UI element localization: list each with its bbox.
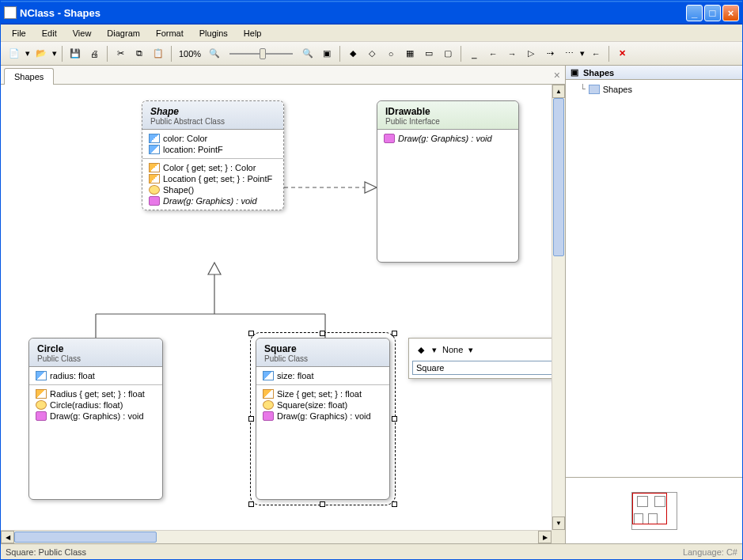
tab-shapes[interactable]: Shapes [4,68,54,85]
add-struct-button[interactable]: ◇ [363,45,381,62]
menu-format[interactable]: Format [150,27,190,40]
idrawable-header: IDrawable Public Interface [377,101,518,130]
menu-help[interactable]: Help [237,27,268,40]
scroll-right-button[interactable]: ▶ [538,531,552,543]
circle-fields: radius: float [29,367,162,385]
vertical-scrollbar[interactable]: ▲ ▼ [552,85,565,530]
resize-handle-nw[interactable] [248,331,254,336]
scroll-down-button[interactable]: ▼ [552,516,565,530]
zoom-fit-button[interactable]: ▣ [318,45,335,62]
dashed-arrow-icon: ⇢ [544,48,555,59]
class-square[interactable]: Square Public Class size: float Size { g… [256,338,390,500]
nest-icon: ← [590,48,601,59]
open-button[interactable]: 📂 [32,45,50,62]
visibility-button[interactable]: ◆ [412,341,430,358]
add-comment-button[interactable]: ▢ [439,45,457,62]
dependency-button[interactable]: ⋯ [560,45,578,62]
resize-handle-sw[interactable] [248,501,254,507]
add-interface-button[interactable]: ○ [382,45,400,62]
method-icon [384,134,395,143]
resize-handle-e[interactable] [392,416,397,422]
copy-button[interactable]: ⧉ [131,45,148,62]
vscroll-thumb[interactable] [553,98,564,256]
close-button[interactable]: × [722,5,739,21]
nesting-button[interactable]: ← [587,45,605,62]
tree-item-label: Shapes [603,85,632,94]
menu-file[interactable]: File [6,27,32,40]
statusbar: Square: Public Class Language: C# [1,543,742,559]
constructor-icon [36,400,47,410]
print-button[interactable]: 🖨 [85,45,103,62]
zoom-out-button[interactable]: 🔍 [206,45,223,62]
side-panel: ▣ Shapes └ Shapes [566,66,742,543]
interface-idrawable[interactable]: IDrawable Public Interface Draw(g: Graph… [377,100,519,263]
property-icon [263,389,274,399]
open-dropdown[interactable]: ▾ [51,45,58,62]
save-button[interactable]: 💾 [66,45,84,62]
menu-diagram[interactable]: Diagram [100,27,146,40]
resize-handle-s[interactable] [320,501,325,507]
class-circle[interactable]: Circle Public Class radius: float Radius… [28,338,163,500]
cut-icon: ✂ [115,48,126,59]
property-icon [149,174,160,184]
menu-edit[interactable]: Edit [36,27,63,40]
app-window: NClass - Shapes _ □ × File Edit View Dia… [0,0,743,560]
new-dropdown[interactable]: ▾ [25,45,31,62]
class-shape[interactable]: Shape Public Abstract Class color: Color… [142,100,284,210]
add-enum-button[interactable]: ▦ [401,45,419,62]
navigator-thumbnail[interactable] [631,492,677,530]
constructor-icon [263,400,274,410]
composition-button[interactable]: ← [484,45,502,62]
paste-button[interactable]: 📋 [150,45,167,62]
navigator-panel[interactable] [566,477,742,543]
realization-button[interactable]: ⇢ [541,45,559,62]
minimize-button[interactable]: _ [686,5,703,21]
new-button[interactable]: 📄 [6,45,23,62]
arrow-right-icon: → [506,48,517,59]
resize-handle-ne[interactable] [392,331,397,336]
add-class-button[interactable]: ◆ [344,45,362,62]
tab-close-button[interactable]: × [554,69,560,81]
class-shape-members: Color { get; set; } : Color Location { g… [142,159,283,210]
element-name-input[interactable] [412,361,565,375]
field-icon [36,371,47,380]
resize-handle-n[interactable] [320,331,325,336]
visibility-dropdown[interactable]: ▾ [431,341,438,358]
tree-connector-icon: └ [580,84,586,94]
menubar: File Edit View Diagram Format Plugins He… [1,25,742,42]
interface-icon: ○ [385,48,396,59]
menu-view[interactable]: View [66,27,98,40]
hscroll-thumb[interactable] [14,532,157,543]
diagram-canvas[interactable]: Shape Public Abstract Class color: Color… [1,85,565,543]
menu-plugins[interactable]: Plugins [193,27,234,40]
method-draw: Draw(g: Graphics) : void [163,196,257,206]
generalization-button[interactable]: ▷ [522,45,540,62]
titlebar[interactable]: NClass - Shapes _ □ × [1,1,742,25]
scroll-left-button[interactable]: ◀ [1,531,14,543]
aggregation-button[interactable]: → [503,45,521,62]
zoom-slider[interactable] [229,47,293,61]
print-icon: 🖨 [89,48,100,59]
circle-draw: Draw(g: Graphics) : void [50,411,144,421]
dotted-icon: ⋯ [563,48,574,59]
zoom-in-button[interactable]: 🔍 [299,45,317,62]
tree-item-shapes[interactable]: └ Shapes [569,83,739,95]
property-icon [149,163,160,172]
horizontal-scrollbar[interactable]: ◀ ▶ [1,530,552,543]
delete-button[interactable]: ✕ [613,45,631,62]
tabstrip: Shapes × [1,66,565,85]
resize-handle-w[interactable] [248,416,254,422]
rel-dropdown[interactable]: ▾ [579,45,586,62]
triangle-icon: ▷ [525,48,536,59]
enum-icon: ▦ [404,48,415,59]
resize-handle-se[interactable] [392,501,397,507]
cut-button[interactable]: ✂ [112,45,129,62]
zoom-slider-thumb[interactable] [260,48,266,59]
element-editor-popup[interactable]: ◆ ▾ None ▾ ◆ ▾ ▣ ◉ ● ⚡ A↓ [408,338,565,379]
status-language: Language: C# [683,547,737,557]
scroll-up-button[interactable]: ▲ [552,85,565,98]
maximize-button[interactable]: □ [704,5,721,21]
add-delegate-button[interactable]: ▭ [420,45,438,62]
modifier-dropdown[interactable]: ▾ [468,341,474,358]
association-button[interactable]: ⎯ [465,45,483,62]
